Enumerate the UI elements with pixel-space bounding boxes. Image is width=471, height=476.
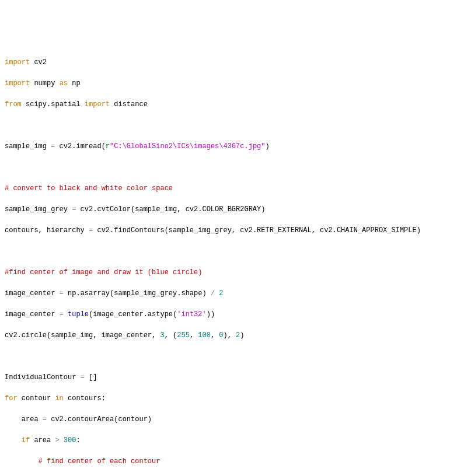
operator: = <box>60 289 64 298</box>
text: , <box>211 331 219 340</box>
builtin-tuple: tuple <box>68 310 89 318</box>
keyword-import: import <box>5 79 30 88</box>
call: cv2.circle(sample_img, image_center, <box>5 331 160 340</box>
module: cv2 <box>34 58 47 66</box>
number: 0 <box>219 331 223 340</box>
raw-prefix: r <box>106 142 110 150</box>
keyword-if: if <box>22 436 30 444</box>
call: cv2.findContours(sample_img_grey, cv2.RE… <box>93 226 421 235</box>
code-line: for contour in contours: <box>5 393 466 404</box>
identifier: contours: <box>64 394 106 402</box>
paren: ) <box>240 331 244 340</box>
code-line: from scipy.spatial import distance <box>5 99 466 110</box>
blank-line <box>5 246 466 257</box>
code-line: # convert to black and white color space <box>5 183 466 194</box>
keyword-in: in <box>55 394 63 402</box>
indent <box>5 436 22 444</box>
space <box>60 436 64 444</box>
code-line: import numpy as np <box>5 78 466 89</box>
code-block: import cv2 import numpy as np from scipy… <box>5 47 466 476</box>
identifier: IndividualContour <box>5 373 81 382</box>
module: distance <box>114 100 148 108</box>
identifier: image_center <box>5 289 60 298</box>
number: 100 <box>198 331 211 340</box>
comment: #find center of image and draw it (blue … <box>5 268 202 276</box>
paren: )) <box>207 310 215 318</box>
space <box>64 310 68 318</box>
code-line: IndividualContour = [] <box>5 372 466 383</box>
operator: / <box>211 289 215 298</box>
identifier: contour <box>18 394 55 402</box>
call: (image_center.astype( <box>89 310 177 318</box>
identifier: area <box>30 436 55 444</box>
identifier: sample_img_grey <box>5 205 72 214</box>
code-line: sample_img = cv2.imread(r"C:\GlobalSino2… <box>5 141 466 152</box>
comment: # find center of each contour <box>39 457 161 466</box>
keyword-as: as <box>60 79 68 88</box>
identifier: contours, hierarchy <box>5 226 89 235</box>
number: 255 <box>177 331 190 340</box>
paren: ) <box>266 142 270 150</box>
blank-line <box>5 162 466 173</box>
blank-line <box>5 351 466 362</box>
identifier: image_center <box>5 310 60 318</box>
colon: : <box>76 436 80 444</box>
call: cv2.cvtColor(sample_img, cv2.COLOR_BGR2G… <box>76 205 265 214</box>
alias: np <box>72 79 80 88</box>
code-line: import cv2 <box>5 57 466 68</box>
keyword-for: for <box>5 394 18 402</box>
indent <box>5 457 39 466</box>
string: 'int32' <box>177 310 206 318</box>
keyword-import: import <box>5 58 30 66</box>
text: ), <box>224 331 236 340</box>
number: 300 <box>64 436 76 444</box>
list: [] <box>85 373 97 382</box>
module: numpy <box>34 79 55 88</box>
code-line: contours, hierarchy = cv2.findContours(s… <box>5 225 466 236</box>
call: cv2.imread( <box>55 142 105 150</box>
code-line: sample_img_grey = cv2.cvtColor(sample_im… <box>5 204 466 215</box>
keyword-import: import <box>85 100 110 108</box>
string: "C:\GlobalSino2\ICs\images\4367c.jpg" <box>110 142 265 150</box>
number: 3 <box>160 331 164 340</box>
call: np.asarray(sample_img_grey.shape) <box>64 289 211 298</box>
code-line: image_center = np.asarray(sample_img_gre… <box>5 288 466 299</box>
identifier: area <box>5 415 43 424</box>
code-line: if area > 300: <box>5 435 466 446</box>
number: 2 <box>219 289 223 298</box>
code-line: image_center = tuple(image_center.astype… <box>5 309 466 320</box>
call: cv2.contourArea(contour) <box>47 415 152 424</box>
operator: > <box>55 436 59 444</box>
identifier: sample_img <box>5 142 51 150</box>
blank-line <box>5 120 466 131</box>
keyword-from: from <box>5 100 22 108</box>
module: scipy.spatial <box>26 100 81 108</box>
code-line: cv2.circle(sample_img, image_center, 3, … <box>5 330 466 341</box>
operator: = <box>60 310 64 318</box>
code-line: # find center of each contour <box>5 456 466 467</box>
text: , ( <box>165 331 177 340</box>
code-line: #find center of image and draw it (blue … <box>5 267 466 278</box>
code-line: area = cv2.contourArea(contour) <box>5 414 466 425</box>
comment: # convert to black and white color space <box>5 184 173 192</box>
operator: = <box>81 373 85 382</box>
operator: = <box>43 415 47 424</box>
text: , <box>190 331 198 340</box>
